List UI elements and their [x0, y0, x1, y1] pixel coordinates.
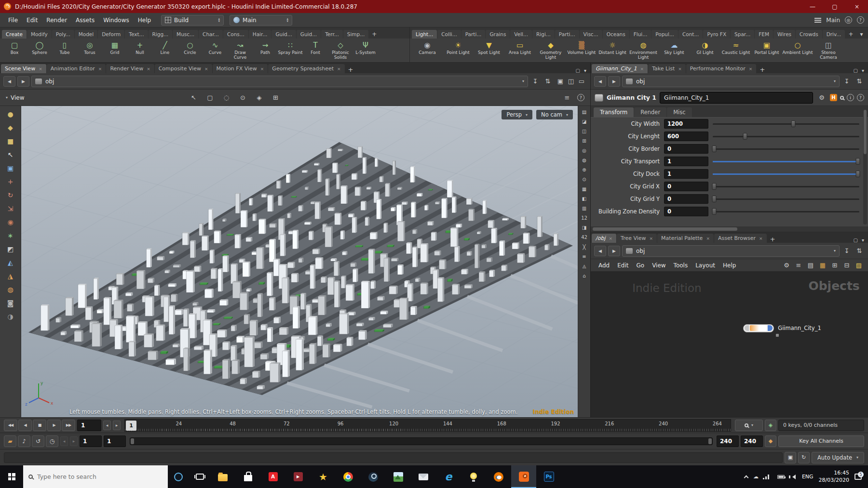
- xray-toggle-icon[interactable]: ╳: [580, 242, 589, 251]
- shelf-tab[interactable]: Create: [2, 30, 27, 39]
- notification-icon[interactable]: 5: [854, 474, 862, 480]
- slider-handle[interactable]: [712, 145, 717, 152]
- home-view-icon[interactable]: ⌂: [580, 271, 589, 280]
- close-icon[interactable]: ×: [337, 66, 341, 71]
- scoped-channels-icon[interactable]: ◈: [765, 420, 776, 431]
- network-menu-item[interactable]: Layout: [692, 261, 719, 270]
- material-tool-icon[interactable]: ◑: [4, 310, 17, 323]
- shelf-tab[interactable]: Rigi...: [532, 30, 555, 39]
- shelf-tab[interactable]: Driv...: [823, 30, 845, 39]
- sky-light-tool[interactable]: ☁ Sky Light: [659, 40, 690, 62]
- stop-button[interactable]: ■: [33, 420, 46, 431]
- pin-icon[interactable]: ↧: [841, 76, 852, 87]
- shelf-tab[interactable]: Colli...: [437, 30, 461, 39]
- shelf-tab[interactable]: Grains: [486, 30, 510, 39]
- network-menu-item[interactable]: View: [648, 261, 669, 270]
- point-display-icon[interactable]: ⊙: [580, 175, 589, 184]
- font-tool[interactable]: T Font: [303, 40, 328, 62]
- forward-button[interactable]: ▶: [608, 76, 620, 87]
- translate-handle-icon[interactable]: +: [4, 175, 17, 188]
- close-icon[interactable]: ×: [609, 236, 612, 241]
- movies-icon[interactable]: ▶: [285, 465, 311, 488]
- parameter-value-field[interactable]: 1: [664, 157, 708, 166]
- parameter-value-field[interactable]: 600: [664, 132, 708, 141]
- hamburger-icon[interactable]: [814, 18, 821, 23]
- shade-mode-icon[interactable]: ◪: [580, 117, 589, 126]
- parameter-value-field[interactable]: 0: [664, 182, 708, 191]
- sync-path-icon[interactable]: ⇅: [854, 76, 865, 87]
- shelf-tab[interactable]: Terr...: [321, 30, 343, 39]
- slider-handle[interactable]: [855, 158, 860, 165]
- menu-item[interactable]: File: [4, 15, 22, 26]
- path-dropdown[interactable]: obj ▾: [622, 245, 840, 257]
- l-system-tool[interactable]: Ψ L-System: [353, 40, 378, 62]
- spray-paint-tool[interactable]: ∷ Spray Paint: [278, 40, 303, 62]
- main-menu-label[interactable]: Main: [826, 17, 840, 24]
- battery-icon[interactable]: [777, 475, 785, 479]
- parameter-value-field[interactable]: 0: [664, 207, 708, 216]
- bulb-icon[interactable]: [461, 465, 486, 488]
- network-menu-item[interactable]: Edit: [613, 261, 632, 270]
- close-icon[interactable]: ×: [260, 66, 264, 71]
- pane-tab[interactable]: Take List ×: [648, 64, 686, 73]
- parm-help-icon[interactable]: ?: [857, 94, 864, 101]
- parameter-folder-tab[interactable]: Render: [634, 107, 666, 117]
- secure-selection-icon[interactable]: ▣: [4, 162, 17, 174]
- shelf-tab[interactable]: Wires: [773, 30, 795, 39]
- mail-icon[interactable]: [411, 465, 436, 488]
- slider-handle[interactable]: [712, 183, 717, 190]
- shelf-tab[interactable]: Crowds: [796, 30, 822, 39]
- shelf-tab[interactable]: Poly...: [52, 30, 74, 39]
- stereo-camera-tool[interactable]: ◫ Stereo Camera: [813, 40, 844, 62]
- shelf-tab[interactable]: Guid...: [297, 30, 321, 39]
- scale-handle-icon[interactable]: ⇲: [4, 202, 17, 215]
- shelf-tab[interactable]: Spar...: [731, 30, 754, 39]
- slider-handle[interactable]: [712, 196, 717, 202]
- sphere-brush-icon[interactable]: ●: [4, 108, 17, 120]
- distant-light-tool[interactable]: ☼ Distant Light: [597, 40, 628, 62]
- scene-viewport[interactable]: Persp ▾ No cam ▾ y x z: [21, 106, 578, 417]
- pane-tab[interactable]: Asset Browser ×: [714, 234, 767, 243]
- play-backward-button[interactable]: ◀: [18, 420, 32, 431]
- pane-tab[interactable]: Geometry Spreadsheet ×: [268, 64, 344, 73]
- shelf-tab[interactable]: Cons...: [223, 30, 248, 39]
- shelf-tab[interactable]: Parti...: [555, 30, 579, 39]
- notes-icon[interactable]: ▨: [854, 260, 864, 271]
- forward-button[interactable]: ▶: [17, 76, 29, 87]
- playback-range-slider[interactable]: [130, 437, 713, 445]
- parameter-slider[interactable]: [713, 194, 859, 204]
- pane-tab[interactable]: Scene View ×: [1, 64, 46, 73]
- slider-handle[interactable]: [855, 171, 860, 177]
- search-input[interactable]: [37, 473, 163, 480]
- shelf-tab[interactable]: Simp...: [343, 30, 369, 39]
- palette-icon[interactable]: ▦: [817, 260, 828, 271]
- star-icon[interactable]: ★: [311, 465, 336, 488]
- range-step-forward-button[interactable]: ▶: [70, 436, 78, 446]
- network-menu-item[interactable]: Help: [719, 261, 740, 270]
- range-step-back-button[interactable]: ◀: [60, 436, 68, 446]
- geometry-light-tool[interactable]: ◆ Geometry Light: [535, 40, 566, 62]
- chevron-down-icon[interactable]: ▾: [6, 95, 8, 100]
- rig-tool-icon[interactable]: ◭: [4, 256, 17, 269]
- info-icon[interactable]: i: [847, 94, 854, 101]
- shelf-tab[interactable]: Visc...: [580, 30, 602, 39]
- display-options-icon[interactable]: ≡: [580, 252, 589, 261]
- task-view-button[interactable]: [189, 465, 210, 488]
- tree-list-icon[interactable]: ≡: [793, 260, 804, 271]
- step-forward-button[interactable]: ▶: [113, 421, 121, 430]
- slider-handle[interactable]: [791, 120, 796, 127]
- pane-tab[interactable]: Motion FX View ×: [213, 64, 268, 73]
- pane-menu-caret-icon[interactable]: ▾: [584, 68, 586, 73]
- desktop-selector[interactable]: Build ▴▾: [161, 15, 224, 26]
- node-body[interactable]: [743, 324, 774, 332]
- steam-icon[interactable]: [361, 465, 386, 488]
- cloud-icon[interactable]: ☁: [753, 474, 759, 480]
- blender-icon[interactable]: [486, 465, 511, 488]
- shelf-tab[interactable]: Deform: [98, 30, 124, 39]
- close-icon[interactable]: ×: [749, 66, 753, 71]
- back-button[interactable]: ◀: [594, 76, 606, 87]
- back-button[interactable]: ◀: [3, 76, 15, 87]
- parameter-slider[interactable]: [713, 144, 859, 154]
- snap-toggle-icon[interactable]: ◈: [254, 92, 265, 103]
- box-pick-icon[interactable]: ▢: [205, 92, 216, 103]
